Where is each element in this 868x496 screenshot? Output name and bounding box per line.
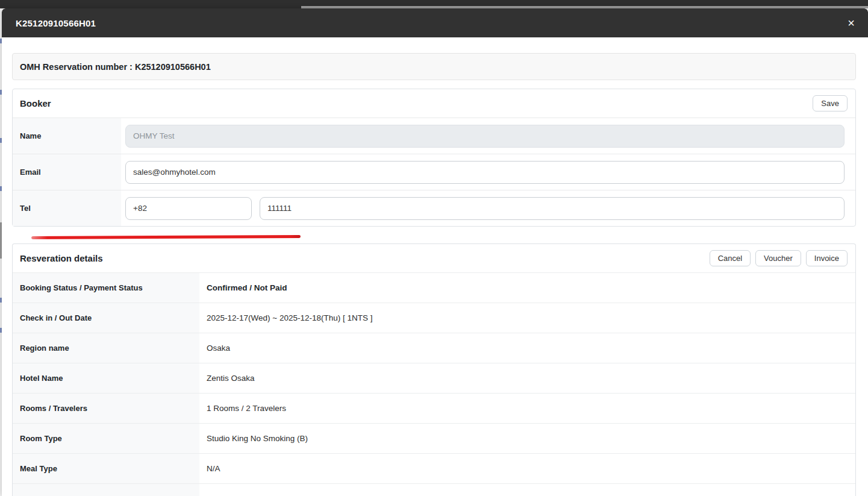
email-field-label: Email [13, 154, 121, 190]
tel-row: Tel [13, 190, 855, 226]
close-button[interactable]: × [844, 16, 858, 30]
detail-value: N/A [199, 454, 855, 483]
modal-body: OMH Reservation number : K25120910566H01… [2, 37, 868, 496]
detail-label: Booking Status / Payment Status [13, 273, 199, 303]
detail-row-hotel-name: Hotel Name Zentis Osaka [13, 363, 855, 393]
detail-value [199, 484, 855, 496]
name-row: Name [13, 118, 855, 154]
detail-row-meal-type: Meal Type N/A [13, 453, 855, 483]
detail-value: Zentis Osaka [199, 363, 855, 393]
name-input [125, 125, 845, 148]
booker-section: Booker Save Name Email Tel [12, 89, 856, 227]
detail-label: Rooms / Travelers [13, 394, 199, 423]
background-page-top-bar [0, 0, 868, 8]
email-row: Email [13, 154, 855, 190]
detail-label: Check in / Out Date [13, 303, 199, 333]
detail-value: Osaka [199, 333, 855, 363]
detail-row-booking-status: Booking Status / Payment Status Confirme… [13, 272, 855, 303]
detail-row-room-type: Room Type Studio King No Smoking (B) [13, 423, 855, 453]
detail-label [13, 484, 199, 496]
modal-header: K25120910566H01 × [2, 8, 868, 37]
detail-value: Studio King No Smoking (B) [199, 424, 855, 453]
modal-title: K25120910566H01 [16, 18, 96, 28]
detail-value: Confirmed / Not Paid [199, 273, 855, 303]
detail-row-region-name: Region name Osaka [13, 333, 855, 363]
details-action-buttons: Cancel Voucher Invoice [710, 250, 848, 266]
invoice-button[interactable]: Invoice [806, 250, 848, 266]
detail-value: 2025-12-17(Wed) ~ 2025-12-18(Thu) [ 1NTS… [199, 303, 855, 333]
details-section-title: Resveration details [20, 253, 103, 263]
detail-label: Room Type [13, 424, 199, 453]
detail-value: 1 Rooms / 2 Travelers [199, 394, 855, 423]
name-field-label: Name [13, 118, 121, 154]
voucher-button[interactable]: Voucher [755, 250, 801, 266]
detail-label: Hotel Name [13, 363, 199, 393]
detail-label: Meal Type [13, 454, 199, 483]
reservation-number-text: OMH Reservation number : K25120910566H01 [20, 62, 211, 72]
save-button[interactable]: Save [813, 95, 848, 111]
tel-number-input[interactable] [260, 197, 845, 220]
reservation-details-section: Resveration details Cancel Voucher Invoi… [12, 243, 856, 496]
details-section-header: Resveration details Cancel Voucher Invoi… [13, 244, 855, 272]
reservation-modal: K25120910566H01 × OMH Reservation number… [2, 8, 868, 496]
booker-section-header: Booker Save [13, 89, 855, 118]
cancel-button[interactable]: Cancel [710, 250, 751, 266]
tel-field-cell [121, 190, 855, 226]
tel-country-code-input[interactable] [125, 197, 252, 220]
detail-row-checkin-date: Check in / Out Date 2025-12-17(Wed) ~ 20… [13, 303, 855, 333]
detail-row-rooms-travelers: Rooms / Travelers 1 Rooms / 2 Travelers [13, 393, 855, 423]
detail-label: Region name [13, 333, 199, 363]
tel-field-label: Tel [13, 190, 121, 226]
booker-section-title: Booker [20, 98, 51, 108]
reservation-number-banner: OMH Reservation number : K25120910566H01 [12, 53, 856, 80]
email-field-cell [121, 154, 855, 190]
email-input[interactable] [125, 161, 845, 184]
name-field-cell [121, 118, 855, 154]
detail-row-partial [13, 483, 855, 496]
close-icon: × [848, 16, 855, 30]
